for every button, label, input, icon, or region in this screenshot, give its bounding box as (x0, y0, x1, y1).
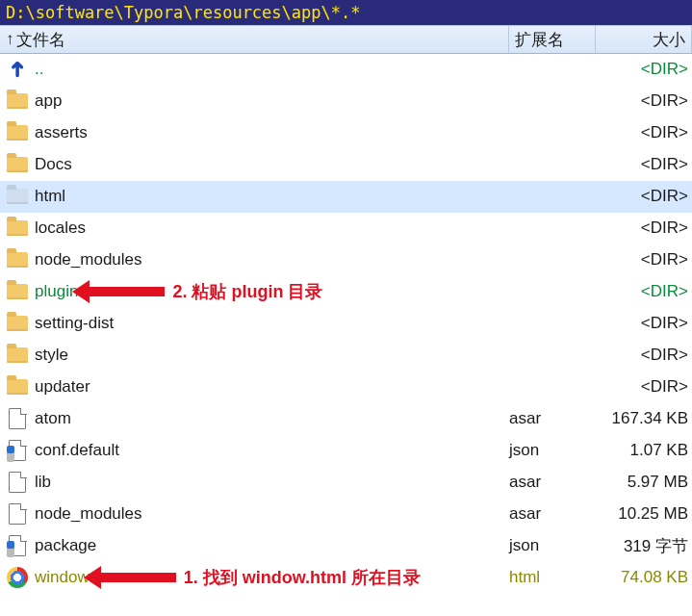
file-ext: html (509, 568, 596, 587)
file-name: lib (35, 473, 509, 492)
parent-dir-row[interactable]: ➜..<DIR> (0, 54, 692, 86)
column-header-size-label: 大小 (653, 29, 685, 51)
file-name: window1. 找到 window.html 所在目录 (35, 566, 509, 589)
file-size: <DIR> (596, 123, 688, 142)
file-row[interactable]: libasar5.97 MB (0, 467, 692, 499)
chrome-icon (6, 566, 29, 589)
folder-icon (6, 185, 29, 208)
folder-icon (6, 312, 29, 335)
file-size: 74.08 KB (596, 568, 688, 587)
file-size: <DIR> (596, 346, 688, 365)
file-row[interactable]: conf.defaultjson1.07 KB (0, 435, 692, 467)
file-name: package (35, 536, 509, 555)
file-row[interactable]: packagejson319 字节 (0, 530, 692, 562)
annotation: 2. 粘贴 plugin 目录 (88, 280, 322, 303)
file-name: node_modules (35, 250, 509, 270)
file-row[interactable]: setting-dist<DIR> (0, 308, 692, 340)
file-ext: json (509, 536, 596, 555)
file-icon (6, 407, 29, 430)
up-arrow-icon: ➜ (6, 58, 29, 81)
file-size: 10.25 MB (596, 504, 688, 524)
file-row[interactable]: app<DIR> (0, 86, 692, 117)
file-row[interactable]: window1. 找到 window.html 所在目录html74.08 KB (0, 562, 692, 594)
file-size: <DIR> (596, 250, 688, 270)
folder-icon (6, 217, 29, 240)
file-icon (6, 502, 29, 526)
file-row[interactable]: plugin2. 粘贴 plugin 目录<DIR> (0, 276, 692, 308)
path-bar[interactable]: D:\software\Typora\resources\app\*.* (0, 0, 692, 25)
column-header-size[interactable]: 大小 (596, 26, 692, 53)
file-size: 5.97 MB (596, 473, 688, 492)
file-name: app (35, 91, 509, 111)
column-header-ext[interactable]: 扩展名 (509, 26, 596, 53)
folder-icon (6, 280, 29, 303)
path-text: D:\software\Typora\resources\app\*.* (6, 3, 360, 22)
folder-icon (6, 90, 29, 113)
json-file-icon (6, 534, 29, 557)
file-name: setting-dist (35, 314, 509, 333)
file-name: plugin2. 粘贴 plugin 目录 (35, 280, 509, 303)
arrow-left-icon (88, 287, 165, 296)
file-size: 1.07 KB (596, 441, 688, 460)
file-row[interactable]: locales<DIR> (0, 213, 692, 244)
file-name: updater (35, 377, 509, 397)
file-name: atom (35, 409, 509, 428)
annotation-text: 2. 粘贴 plugin 目录 (172, 280, 322, 303)
sort-asc-icon: ↑ (6, 30, 14, 49)
annotation-text: 1. 找到 window.html 所在目录 (184, 566, 421, 589)
json-file-icon (6, 439, 29, 462)
folder-icon (6, 153, 29, 176)
file-name: style (35, 346, 509, 365)
file-size: <DIR> (596, 218, 688, 238)
file-size: <DIR> (596, 314, 688, 333)
file-icon (6, 471, 29, 494)
file-name: asserts (35, 123, 509, 142)
file-row[interactable]: atomasar167.34 KB (0, 403, 692, 435)
file-name: .. (35, 60, 509, 79)
file-ext: json (509, 441, 596, 460)
file-size: <DIR> (596, 282, 688, 301)
file-size: <DIR> (596, 377, 688, 397)
file-name: Docs (35, 155, 509, 174)
file-size: <DIR> (596, 155, 688, 174)
file-row[interactable]: html<DIR> (0, 181, 692, 213)
file-size: <DIR> (596, 91, 688, 111)
file-row[interactable]: Docs<DIR> (0, 149, 692, 181)
file-size: <DIR> (596, 187, 688, 206)
folder-icon (6, 375, 29, 398)
file-row[interactable]: style<DIR> (0, 340, 692, 372)
file-size: 167.34 KB (596, 409, 688, 428)
file-list: ➜..<DIR>app<DIR>asserts<DIR>Docs<DIR>htm… (0, 54, 692, 594)
file-ext: asar (509, 409, 596, 428)
file-size: 319 字节 (596, 535, 688, 557)
file-ext: asar (509, 473, 596, 492)
file-row[interactable]: asserts<DIR> (0, 117, 692, 149)
folder-icon (6, 121, 29, 144)
file-row[interactable]: updater<DIR> (0, 372, 692, 403)
file-row[interactable]: node_modulesasar10.25 MB (0, 499, 692, 530)
file-ext: asar (509, 504, 596, 524)
folder-icon (6, 344, 29, 367)
file-size: <DIR> (596, 60, 688, 79)
file-name: html (35, 187, 509, 206)
column-header-name-label: 文件名 (16, 29, 65, 51)
file-name: conf.default (35, 441, 509, 460)
column-header-ext-label: 扩展名 (515, 29, 564, 51)
file-name: locales (35, 218, 509, 238)
arrow-left-icon (99, 573, 176, 582)
folder-icon (6, 248, 29, 271)
file-row[interactable]: node_modules<DIR> (0, 244, 692, 276)
column-header-row: ↑ 文件名 扩展名 大小 (0, 25, 692, 54)
file-name: node_modules (35, 504, 509, 524)
annotation: 1. 找到 window.html 所在目录 (99, 566, 421, 589)
column-header-name[interactable]: ↑ 文件名 (0, 26, 509, 53)
